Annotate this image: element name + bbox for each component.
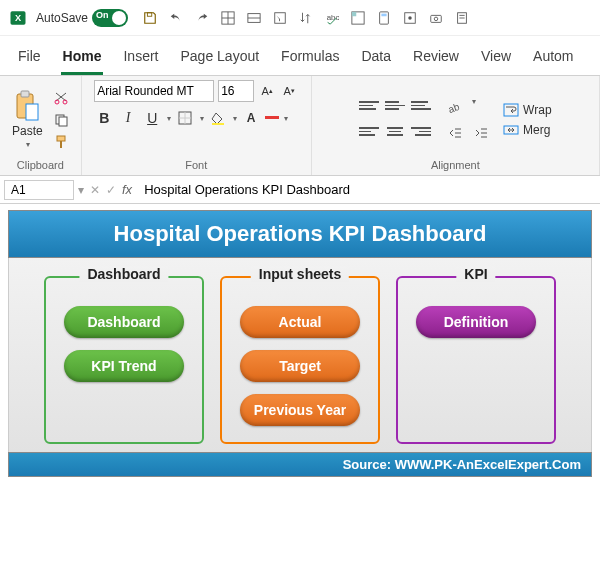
- align-left-button[interactable]: [359, 123, 379, 141]
- align-center-button[interactable]: [385, 123, 405, 141]
- copy-button[interactable]: [51, 111, 73, 129]
- svg-rect-8: [275, 12, 286, 23]
- ribbon-tabs: File Home Insert Page Layout Formulas Da…: [0, 36, 600, 76]
- align-middle-button[interactable]: [385, 97, 405, 115]
- paste-button[interactable]: Paste ▾: [8, 88, 47, 151]
- cut-button[interactable]: [51, 89, 73, 107]
- svg-rect-33: [212, 123, 224, 125]
- formula-bar: ▾ ✕ ✓ fx: [0, 176, 600, 204]
- worksheet-area[interactable]: Hospital Operations KPI Dashboard Dashbo…: [0, 204, 600, 483]
- svg-text:abc: abc: [327, 12, 339, 21]
- svg-rect-16: [431, 15, 442, 22]
- tab-formulas[interactable]: Formulas: [279, 44, 341, 75]
- name-box[interactable]: [4, 180, 74, 200]
- filter-icon[interactable]: [272, 10, 288, 26]
- autosave-label: AutoSave: [36, 11, 88, 25]
- autosave-toggle[interactable]: On: [92, 9, 128, 27]
- button-kpi-trend[interactable]: KPI Trend: [64, 350, 184, 382]
- formula-input[interactable]: [138, 180, 600, 199]
- orientation-button[interactable]: ab: [445, 97, 465, 117]
- svg-rect-13: [381, 13, 386, 16]
- redo-icon[interactable]: [194, 10, 210, 26]
- spell-check-icon[interactable]: abc: [324, 10, 340, 26]
- fx-icon[interactable]: fx: [122, 182, 132, 197]
- align-top-button[interactable]: [359, 97, 379, 115]
- ribbon: Paste ▾ Clipboard A▴ A▾ B I U▾ ▾: [0, 76, 600, 176]
- group-label-clipboard: Clipboard: [17, 159, 64, 173]
- svg-text:ab: ab: [448, 100, 461, 113]
- autosave-control[interactable]: AutoSave On: [36, 9, 128, 27]
- button-previous-year[interactable]: Previous Year: [240, 394, 360, 426]
- borders-button[interactable]: [175, 108, 195, 128]
- freeze-panes-icon[interactable]: [350, 10, 366, 26]
- merge-icon[interactable]: [246, 10, 262, 26]
- fill-color-button[interactable]: [208, 108, 228, 128]
- save-icon[interactable]: [142, 10, 158, 26]
- tab-insert[interactable]: Insert: [121, 44, 160, 75]
- dashboard-footer: Source: WWW.PK-AnExcelExpert.Com: [8, 452, 592, 477]
- wrap-label: Wrap: [523, 103, 551, 117]
- tab-review[interactable]: Review: [411, 44, 461, 75]
- align-bottom-button[interactable]: [411, 97, 431, 115]
- dashboard-body: Dashboard Dashboard KPI Trend Input shee…: [8, 258, 592, 452]
- font-color-button[interactable]: A: [241, 108, 261, 128]
- group-font: A▴ A▾ B I U▾ ▾ ▾ A▾ Font: [82, 76, 312, 175]
- svg-rect-29: [60, 141, 62, 148]
- font-size-select[interactable]: [218, 80, 254, 102]
- tab-file[interactable]: File: [16, 44, 43, 75]
- title-bar: X AutoSave On abc: [0, 0, 600, 36]
- group-alignment: ab▾ Wrap Merg: [312, 76, 600, 175]
- enter-formula-icon[interactable]: ✓: [106, 183, 116, 197]
- group-clipboard: Paste ▾ Clipboard: [0, 76, 82, 175]
- group-label-alignment: Alignment: [431, 159, 480, 173]
- sort-icon[interactable]: [298, 10, 314, 26]
- group-label-font: Font: [185, 159, 207, 173]
- underline-button[interactable]: U: [142, 108, 162, 128]
- macros-icon[interactable]: [402, 10, 418, 26]
- merge-center-button[interactable]: Merg: [503, 123, 551, 137]
- button-actual[interactable]: Actual: [240, 306, 360, 338]
- borders-icon[interactable]: [220, 10, 236, 26]
- undo-icon[interactable]: [168, 10, 184, 26]
- svg-rect-22: [21, 91, 29, 97]
- panel-title-dashboard: Dashboard: [79, 266, 168, 282]
- form-icon[interactable]: [454, 10, 470, 26]
- paste-label: Paste: [12, 124, 43, 138]
- increase-font-button[interactable]: A▴: [258, 82, 276, 100]
- svg-point-17: [434, 17, 438, 21]
- italic-button[interactable]: I: [118, 108, 138, 128]
- svg-rect-11: [352, 11, 356, 15]
- increase-indent-button[interactable]: [471, 123, 491, 143]
- cancel-formula-icon[interactable]: ✕: [90, 183, 100, 197]
- panel-title-inputs: Input sheets: [251, 266, 349, 282]
- quick-access-toolbar: abc: [142, 10, 470, 26]
- svg-text:X: X: [15, 13, 22, 23]
- tab-view[interactable]: View: [479, 44, 513, 75]
- svg-rect-23: [26, 104, 38, 120]
- panel-input-sheets: Input sheets Actual Target Previous Year: [220, 276, 380, 444]
- tab-home[interactable]: Home: [61, 44, 104, 75]
- svg-point-15: [408, 16, 412, 20]
- button-target[interactable]: Target: [240, 350, 360, 382]
- button-dashboard[interactable]: Dashboard: [64, 306, 184, 338]
- bold-button[interactable]: B: [94, 108, 114, 128]
- tab-automate[interactable]: Autom: [531, 44, 575, 75]
- excel-logo-icon: X: [8, 8, 28, 28]
- camera-icon[interactable]: [428, 10, 444, 26]
- tab-data[interactable]: Data: [359, 44, 393, 75]
- format-painter-button[interactable]: [51, 133, 73, 151]
- button-definition[interactable]: Definition: [416, 306, 536, 338]
- svg-rect-27: [59, 117, 67, 126]
- wrap-text-button[interactable]: Wrap: [503, 103, 551, 117]
- decrease-indent-button[interactable]: [445, 123, 465, 143]
- panel-title-kpi: KPI: [456, 266, 495, 282]
- panel-kpi: KPI Definition: [396, 276, 556, 444]
- font-name-select[interactable]: [94, 80, 214, 102]
- svg-rect-34: [265, 116, 279, 119]
- calculator-icon[interactable]: [376, 10, 392, 26]
- chevron-down-icon: ▾: [26, 140, 30, 149]
- align-right-button[interactable]: [411, 123, 431, 141]
- decrease-font-button[interactable]: A▾: [280, 82, 298, 100]
- merge-label: Merg: [523, 123, 550, 137]
- tab-page-layout[interactable]: Page Layout: [178, 44, 261, 75]
